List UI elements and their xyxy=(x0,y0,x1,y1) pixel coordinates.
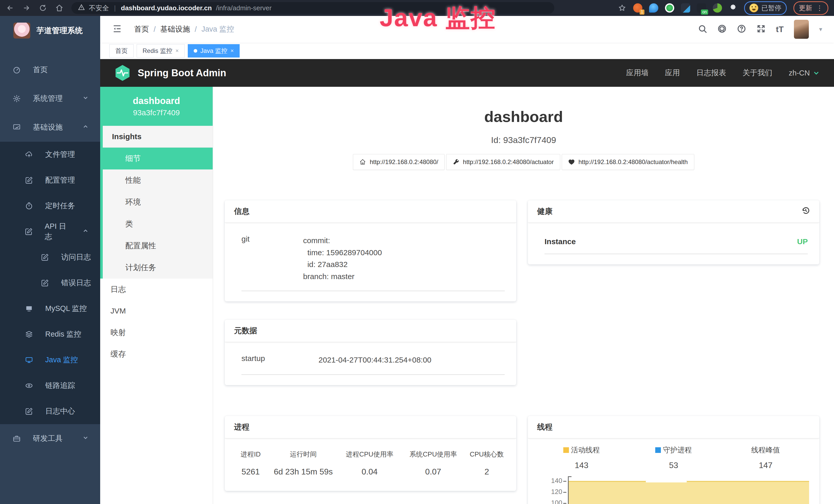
service-url-button[interactable]: http://192.168.0.2:48080/ xyxy=(353,154,445,170)
y-tick-120: 120 xyxy=(535,488,562,496)
sba-item-details[interactable]: 细节 xyxy=(103,147,213,169)
security-label: 不安全 xyxy=(89,4,109,13)
sba-nav-about[interactable]: 关于我们 xyxy=(743,68,772,78)
help-icon[interactable] xyxy=(737,24,746,35)
sidebar-item-system[interactable]: 系统管理 xyxy=(0,84,100,113)
sidebar-item-infra[interactable]: 基础设施 xyxy=(0,113,100,142)
sba-brand-title[interactable]: Spring Boot Admin xyxy=(138,68,226,78)
sidebar-item-error-log[interactable]: 错误日志 xyxy=(0,270,100,296)
threads-card-title: 线程 xyxy=(537,422,552,432)
extension-badge-on: on xyxy=(701,9,708,15)
sba-app-block[interactable]: dashboard 93a3fc7f7409 xyxy=(100,87,213,126)
sba-item-environment[interactable]: 环境 xyxy=(103,191,213,213)
tab-label: Java 监控 xyxy=(200,47,227,55)
sidebar-item-files[interactable]: 文件管理 xyxy=(0,142,100,167)
health-url-button[interactable]: http://192.168.0.2:48080/actuator/health xyxy=(562,154,694,170)
sidebar-item-home[interactable]: 首页 xyxy=(0,55,100,84)
fullscreen-icon[interactable] xyxy=(756,24,766,35)
extension-icon-dark-on[interactable]: on xyxy=(697,3,706,13)
reload-icon[interactable] xyxy=(39,4,47,12)
tab-java-monitor[interactable]: Java 监控 × xyxy=(188,44,240,58)
sidebar-item-label: 链路追踪 xyxy=(45,381,75,391)
search-icon[interactable] xyxy=(698,24,707,35)
tab-label: Redis 监控 xyxy=(142,47,172,55)
startup-row: startup 2021-04-27T00:44:31.254+08:00 xyxy=(241,354,505,375)
app-logo[interactable]: 芋道管理系统 xyxy=(0,16,100,45)
sba-item-classes[interactable]: 类 xyxy=(103,213,213,235)
font-size-icon[interactable]: tT xyxy=(776,25,784,34)
collapse-sidebar-icon[interactable] xyxy=(112,24,122,35)
wrench-icon xyxy=(453,159,459,165)
forward-icon[interactable] xyxy=(22,4,31,12)
home-icon[interactable] xyxy=(55,4,64,12)
update-button[interactable]: 更新 ⋮ xyxy=(793,1,828,15)
sidebar-item-tracing[interactable]: 链路追踪 xyxy=(0,373,100,398)
sidebar-item-config[interactable]: 配置管理 xyxy=(0,167,100,193)
sba-item-jvm[interactable]: JVM xyxy=(100,300,213,322)
sba-nav-wallboard[interactable]: 应用墙 xyxy=(626,68,649,78)
sba-locale-select[interactable]: zh-CN xyxy=(789,69,820,77)
chevron-up-icon xyxy=(82,228,89,236)
edit-icon xyxy=(25,176,34,185)
val-uptime: 6d 23h 15m 59s xyxy=(269,467,338,477)
sidebar-item-java-monitor[interactable]: Java 监控 xyxy=(0,347,100,373)
sidebar-item-api-log[interactable]: API 日志 xyxy=(0,219,100,245)
area-dip xyxy=(646,481,687,482)
close-icon[interactable]: × xyxy=(231,47,234,54)
cloud-upload-icon xyxy=(25,150,34,159)
gear-icon xyxy=(12,94,21,103)
breadcrumb-infra[interactable]: 基础设施 xyxy=(160,24,190,35)
extension-icon-green-circle[interactable] xyxy=(665,3,674,13)
sba-item-mappings[interactable]: 映射 xyxy=(100,322,213,343)
page-subtitle: Id: 93a3fc7f7409 xyxy=(213,135,834,145)
sba-header: Spring Boot Admin 应用墙 应用 日志报表 关于我们 zh-CN xyxy=(100,59,834,87)
history-icon[interactable] xyxy=(802,206,810,217)
legend-live-threads: 活动线程 143 xyxy=(535,445,628,470)
sidebar-item-label: Java 监控 xyxy=(45,355,78,365)
user-avatar[interactable] xyxy=(794,20,809,39)
sidebar-item-access-log[interactable]: 访问日志 xyxy=(0,245,100,270)
git-branch-line: branch: master xyxy=(303,271,382,283)
startup-value: 2021-04-27T00:44:31.254+08:00 xyxy=(319,354,432,366)
paused-label: 已暂停 xyxy=(761,4,781,13)
sidebar-item-devtools[interactable]: 研发工具 xyxy=(0,424,100,453)
user-menu-caret-icon[interactable]: ▾ xyxy=(819,26,822,33)
close-icon[interactable]: × xyxy=(175,47,179,54)
sidebar-item-jobs[interactable]: 定时任务 xyxy=(0,193,100,219)
sidebar-menu: 首页 系统管理 基础设施 文件管理 配置管理 xyxy=(0,55,100,453)
app-logo-image xyxy=(13,23,30,39)
sba-item-config-props[interactable]: 配置属性 xyxy=(103,235,213,257)
sidebar-item-label: 定时任务 xyxy=(45,201,75,211)
back-icon[interactable] xyxy=(6,4,14,12)
breadcrumb-home[interactable]: 首页 xyxy=(134,24,149,35)
sba-nav-journal[interactable]: 日志报表 xyxy=(696,68,726,78)
extensions-puzzle-icon[interactable] xyxy=(729,4,738,12)
sba-item-scheduled-tasks[interactable]: 计划任务 xyxy=(103,257,213,279)
sidebar-item-mysql[interactable]: MySQL 监控 xyxy=(0,296,100,321)
sba-item-caches[interactable]: 缓存 xyxy=(100,343,213,365)
instance-health-row[interactable]: Instance UP xyxy=(545,237,808,254)
sba-item-logs[interactable]: 日志 xyxy=(100,279,213,300)
extension-icon-orange[interactable]: 1 xyxy=(633,3,642,13)
health-url: http://192.168.0.2:48080/actuator/health xyxy=(578,158,688,166)
profile-paused-pill[interactable]: 已暂停 xyxy=(744,1,787,15)
chevron-down-icon xyxy=(82,94,89,103)
legend-value: 147 xyxy=(720,461,812,470)
tab-home[interactable]: 首页 xyxy=(109,44,134,58)
browser-menu-icon[interactable]: ⋮ xyxy=(816,4,823,12)
extension-icon-blue-pin[interactable] xyxy=(649,3,658,13)
extension-icon-grid[interactable] xyxy=(681,3,690,13)
extension-icon-green-leaf[interactable] xyxy=(713,3,722,13)
sba-nav-applications[interactable]: 应用 xyxy=(665,68,680,78)
sidebar-item-log-center[interactable]: 日志中心 xyxy=(0,398,100,424)
bookmark-star-icon[interactable] xyxy=(618,4,627,12)
sidebar-item-label: 错误日志 xyxy=(61,278,91,288)
monitor-icon xyxy=(12,123,21,132)
github-icon[interactable] xyxy=(717,24,727,35)
sba-sidebar: dashboard 93a3fc7f7409 Insights 细节 性能 环境… xyxy=(100,87,213,504)
sba-item-metrics[interactable]: 性能 xyxy=(103,169,213,191)
metadata-card-title: 元数据 xyxy=(234,325,257,336)
sidebar-item-redis[interactable]: Redis 监控 xyxy=(0,321,100,347)
actuator-url-button[interactable]: http://192.168.0.2:48080/actuator xyxy=(446,154,560,170)
tab-redis-monitor[interactable]: Redis 监控 × xyxy=(137,44,185,58)
